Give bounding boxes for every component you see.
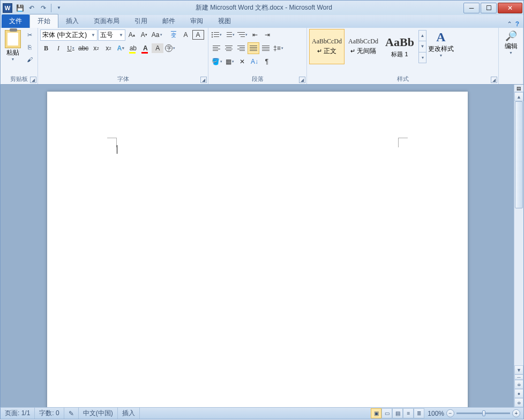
status-word-count[interactable]: 字数: 0 [35, 408, 64, 419]
copy-icon[interactable]: ⎘ [24, 41, 35, 53]
shrink-font-icon[interactable]: A▾ [138, 29, 150, 41]
change-styles-button[interactable]: A 更改样式 ▼ [427, 29, 455, 58]
tab-view[interactable]: 视图 [211, 14, 238, 28]
document-viewport[interactable] [1, 85, 514, 407]
phonetic-guide-icon[interactable]: 变 [168, 29, 179, 41]
next-page-icon[interactable]: ≑ [514, 398, 523, 407]
minimize-ribbon-icon[interactable]: ⌃ [507, 20, 512, 28]
sort-button[interactable]: A↓ [249, 56, 260, 68]
qat-dropdown-icon[interactable]: ▼ [54, 3, 64, 13]
paste-button[interactable]: 粘贴 ▼ [3, 29, 23, 62]
style-heading1[interactable]: AaBb 标题 1 [382, 29, 417, 64]
font-launcher-icon[interactable]: ◢ [200, 77, 207, 83]
status-language[interactable]: 中文(中国) [79, 408, 118, 419]
zoom-thumb[interactable] [482, 410, 485, 416]
font-name-combo[interactable]: 宋体 (中文正文)▼ [40, 29, 98, 41]
browse-object-icon[interactable]: ● [514, 389, 523, 398]
vertical-scrollbar: ▤ ▲ ▼ ─ ≑ ● ≑ [514, 85, 523, 407]
zoom-level[interactable]: 100% [428, 410, 444, 417]
view-outline-icon[interactable]: ≡ [403, 408, 414, 418]
strikethrough-button[interactable]: abc [77, 42, 89, 54]
style-nospacing[interactable]: AaBbCcDd ↵ 无间隔 [346, 29, 381, 64]
view-print-layout-icon[interactable]: ▣ [371, 408, 381, 418]
help-icon[interactable]: ? [515, 20, 519, 28]
change-case-button[interactable]: Aa [151, 29, 163, 41]
tab-home[interactable]: 开始 [29, 14, 58, 28]
subscript-button[interactable]: x2 [90, 42, 102, 54]
increase-indent-icon[interactable]: ⇥ [261, 29, 273, 41]
multilevel-list-button[interactable] [236, 29, 249, 41]
view-fullscreen-icon[interactable]: ▭ [381, 408, 392, 418]
scroll-track[interactable] [514, 101, 523, 365]
decrease-indent-icon[interactable]: ⇤ [249, 29, 261, 41]
status-page[interactable]: 页面: 1/1 [1, 408, 35, 419]
ruler-toggle-icon[interactable]: ▤ [514, 85, 523, 92]
align-center-button[interactable] [223, 42, 235, 54]
view-draft-icon[interactable]: ≣ [414, 408, 424, 418]
clear-format-icon[interactable]: A [180, 29, 192, 41]
file-tab[interactable]: 文件 [2, 14, 29, 28]
undo-icon[interactable]: ↶ [26, 3, 37, 13]
tab-layout[interactable]: 页面布局 [86, 14, 127, 28]
styles-scroll-down-icon[interactable]: ▼ [419, 41, 426, 52]
underline-button[interactable]: U [65, 42, 77, 54]
view-web-icon[interactable]: ▤ [392, 408, 403, 418]
char-border-icon[interactable]: A [192, 30, 204, 40]
enclose-char-icon[interactable]: 字 [164, 42, 176, 54]
italic-button[interactable]: I [53, 42, 64, 54]
align-right-button[interactable] [235, 42, 247, 54]
close-button[interactable]: ✕ [498, 3, 522, 13]
status-proofing[interactable]: ✎ [64, 408, 79, 419]
save-icon[interactable]: 💾 [14, 3, 25, 13]
text-effects-button[interactable]: A [115, 42, 126, 54]
margin-mark-icon [107, 138, 117, 147]
tab-mail[interactable]: 邮件 [155, 14, 183, 28]
editing-button[interactable]: 🔎 编辑 ▼ [501, 29, 521, 56]
prev-page-icon[interactable]: ≑ [514, 380, 523, 389]
status-insert-mode[interactable]: 插入 [118, 408, 140, 419]
snap-to-grid-icon[interactable]: ✕ [236, 56, 248, 68]
style-normal[interactable]: AaBbCcDd ↵ 正文 [309, 29, 345, 64]
align-left-button[interactable] [211, 42, 222, 54]
paragraph-launcher-icon[interactable]: ◢ [299, 77, 305, 83]
borders-button[interactable]: ▦ [224, 56, 236, 68]
maximize-button[interactable]: ☐ [481, 3, 497, 13]
zoom-out-button[interactable]: − [446, 409, 454, 417]
highlight-button[interactable]: ab [127, 42, 139, 54]
font-size-combo[interactable]: 五号▼ [98, 29, 125, 41]
numbering-button[interactable] [223, 29, 236, 41]
paste-label: 粘贴 [6, 48, 19, 57]
font-color-button[interactable]: A [139, 42, 151, 54]
tab-references[interactable]: 引用 [127, 14, 155, 28]
grow-font-icon[interactable]: A▴ [126, 29, 138, 41]
bold-button[interactable]: B [40, 42, 52, 54]
styles-launcher-icon[interactable]: ◢ [491, 77, 497, 83]
superscript-button[interactable]: x2 [102, 42, 114, 54]
find-icon: 🔎 [505, 30, 517, 42]
tab-review[interactable]: 审阅 [183, 14, 211, 28]
zoom-slider[interactable] [456, 412, 510, 414]
browse-separator-icon[interactable]: ─ [514, 374, 523, 380]
scroll-up-icon[interactable]: ▲ [514, 92, 523, 101]
scroll-down-icon[interactable]: ▼ [514, 365, 523, 374]
clipboard-icon [5, 30, 21, 48]
group-clipboard: 粘贴 ▼ ✂ ⎘ 🖌 剪贴板 ◢ [1, 28, 38, 84]
align-justify-button[interactable] [248, 42, 259, 54]
minimize-button[interactable]: ─ [463, 3, 480, 13]
redo-icon[interactable]: ↷ [38, 3, 49, 13]
scroll-thumb[interactable] [515, 101, 523, 208]
char-shading-icon[interactable]: A [152, 43, 163, 53]
page[interactable] [47, 92, 468, 407]
shading-button[interactable]: 🪣 [211, 56, 223, 68]
styles-expand-icon[interactable]: ▾ [419, 52, 426, 63]
bullets-button[interactable] [211, 29, 223, 41]
distribute-button[interactable] [260, 42, 272, 54]
styles-scroll-up-icon[interactable]: ▲ [419, 31, 426, 41]
zoom-in-button[interactable]: + [512, 409, 520, 417]
format-painter-icon[interactable]: 🖌 [24, 54, 35, 65]
cut-icon[interactable]: ✂ [24, 29, 35, 41]
show-marks-icon[interactable]: ¶ [261, 56, 273, 68]
line-spacing-button[interactable]: ‡≡ [272, 42, 285, 54]
clipboard-launcher-icon[interactable]: ◢ [30, 77, 36, 83]
tab-insert[interactable]: 插入 [58, 14, 86, 28]
